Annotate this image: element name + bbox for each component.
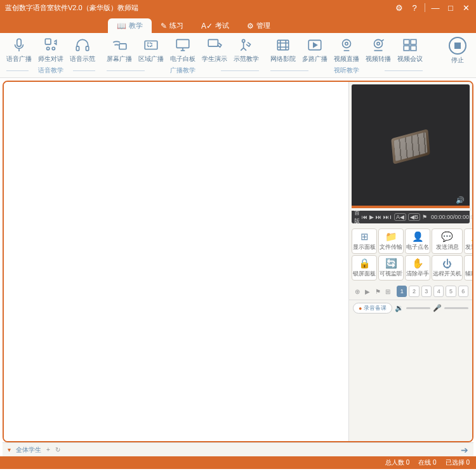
maximize-icon[interactable]: □ xyxy=(446,3,456,13)
svg-rect-1 xyxy=(45,39,51,44)
voice-broadcast-button[interactable]: 语音广播 xyxy=(6,37,32,63)
prev-icon[interactable]: ⏮ xyxy=(362,214,367,220)
film-icon xyxy=(274,37,293,53)
remote-power-button[interactable]: ⏻远程开关机 xyxy=(432,255,463,281)
next-icon[interactable]: ⏭ xyxy=(376,214,381,220)
end-icon[interactable]: ⏭∣ xyxy=(383,214,392,220)
page-2-button[interactable]: 2 xyxy=(409,286,419,297)
svg-rect-10 xyxy=(208,39,218,46)
svg-point-3 xyxy=(52,47,55,50)
assist-tools-button[interactable]: ✏辅助工具 xyxy=(464,255,473,281)
pager-play-icon[interactable]: ▶ xyxy=(363,287,372,296)
visual-monitor-button[interactable]: 🔄可视监听 xyxy=(378,255,404,281)
app-title: 蓝创数字语音室软件V2.0（豪华版）教师端 xyxy=(5,3,389,13)
svg-rect-12 xyxy=(277,40,288,50)
student-demo-button[interactable]: 学生演示 xyxy=(202,37,227,63)
page-6-button[interactable]: 6 xyxy=(458,286,468,297)
student-demo-icon xyxy=(205,37,224,53)
demo-teaching-button[interactable]: 示范教学 xyxy=(234,37,259,63)
multi-broadcast-button[interactable]: 多路广播 xyxy=(302,37,327,63)
tab-practice[interactable]: ✎练习 xyxy=(152,18,192,33)
file-transfer-button[interactable]: 📁文件传输 xyxy=(378,228,404,254)
volume-slider[interactable] xyxy=(406,307,430,309)
video-live-button[interactable]: 视频直播 xyxy=(334,37,359,63)
page-3-button[interactable]: 3 xyxy=(421,286,432,297)
record-button[interactable]: ●录音备课 xyxy=(353,303,392,314)
page-1-button[interactable]: 1 xyxy=(397,286,407,297)
first-button[interactable]: 首版 xyxy=(354,209,360,225)
mic-slider[interactable] xyxy=(444,307,468,309)
page-4-button[interactable]: 4 xyxy=(433,286,444,297)
svg-point-16 xyxy=(374,39,383,48)
send-notice-button[interactable]: 🔔发送通知 xyxy=(464,228,473,254)
svg-rect-18 xyxy=(404,39,409,44)
wifi-screen-icon xyxy=(110,37,129,53)
video-time: 00:00:00/00:00:00 xyxy=(431,214,473,220)
close-icon[interactable]: ✕ xyxy=(461,3,471,13)
screen-broadcast-button[interactable]: 屏幕广播 xyxy=(107,37,132,63)
mic-small-icon[interactable]: 🎤 xyxy=(433,304,442,312)
region-broadcast-button[interactable]: 区域广播 xyxy=(138,37,164,63)
group-av-teaching: 网络影院 多路广播 视频直播 视频转播 视频会议 视听教学 xyxy=(270,37,423,76)
video-conf-button[interactable]: 视频会议 xyxy=(397,37,423,63)
show-panel-button[interactable]: ⊞显示面板 xyxy=(352,228,377,254)
tab-exam[interactable]: A✓考试 xyxy=(192,18,238,33)
pager-first-icon[interactable]: ⊕ xyxy=(353,287,362,296)
video-progress[interactable] xyxy=(352,206,470,208)
book-icon: 📖 xyxy=(117,22,126,30)
cd-icon[interactable]: ◀B xyxy=(408,213,420,221)
svg-rect-0 xyxy=(17,39,22,46)
play-icon[interactable]: ▶ xyxy=(369,214,374,220)
stop-button[interactable]: 停止 xyxy=(446,37,470,76)
titlebar: 蓝创数字语音室软件V2.0（豪华版）教师端 ⚙ ? — □ ✕ xyxy=(0,0,476,15)
all-students-tab[interactable]: 全体学生 xyxy=(16,446,41,454)
roll-call-button[interactable]: 👤电子点名 xyxy=(405,228,430,254)
monitor-icon xyxy=(173,37,192,53)
volume-icon[interactable]: 🔊 xyxy=(456,196,465,204)
refresh-group-icon[interactable]: ↻ xyxy=(55,446,60,453)
record-dot-icon: ● xyxy=(359,305,362,312)
minimize-icon[interactable]: — xyxy=(430,3,440,13)
student-canvas[interactable] xyxy=(4,82,348,441)
vol-down-icon[interactable]: 🔉 xyxy=(395,304,404,312)
intercom-button[interactable]: 师生对讲 xyxy=(38,37,63,63)
svg-rect-21 xyxy=(411,46,416,51)
tab-manage[interactable]: ⚙管理 xyxy=(238,18,279,33)
chat-icon: 💬 xyxy=(441,231,453,242)
add-group-icon[interactable]: + xyxy=(46,446,50,453)
pager-flag-icon[interactable]: ⚑ xyxy=(373,287,382,296)
folder-icon: 📁 xyxy=(385,231,397,242)
mic-icon xyxy=(10,37,29,53)
stop-icon xyxy=(449,37,466,55)
tab-teaching[interactable]: 📖教学 xyxy=(108,18,152,33)
whiteboard-button[interactable]: 电子白板 xyxy=(170,37,195,63)
video-controls: 首版 ⏮ ▶ ⏭ ⏭∣ A◀ ◀B ⚑ 00:00:00/00:00:00 xyxy=(352,211,470,223)
demo-icon xyxy=(237,37,256,53)
scroll-right-icon[interactable]: ➔ xyxy=(461,445,468,455)
ribbon: 语音广播 师生对讲 语音示范 语音教学 屏幕广播 区域广播 电子白板 学生演示 … xyxy=(0,33,476,78)
help-icon[interactable]: ? xyxy=(409,3,420,13)
svg-rect-4 xyxy=(76,46,79,51)
record-bar: ●录音备课 🔉 🎤 xyxy=(349,300,472,316)
send-message-button[interactable]: 💬发送消息 xyxy=(432,228,463,254)
tool-grid: ⊞显示面板 📁文件传输 👤电子点名 💬发送消息 🔔发送通知 🔒锁屏面板 🔄可视监… xyxy=(349,226,472,283)
collapse-icon[interactable]: ▾ xyxy=(8,446,11,453)
lock-panel-button[interactable]: 🔒锁屏面板 xyxy=(352,255,377,281)
group-label: 广播教学 xyxy=(107,65,259,76)
page-5-button[interactable]: 5 xyxy=(446,286,456,297)
video-relay-button[interactable]: 视频转播 xyxy=(366,37,391,63)
pager: ⊕ ▶ ⚑ ⊞ 1 2 3 4 5 6 xyxy=(349,283,472,300)
svg-point-14 xyxy=(343,39,351,48)
ab-icon[interactable]: A◀ xyxy=(394,213,406,221)
status-online: 在线 0 xyxy=(418,458,436,467)
flag-icon[interactable]: ⚑ xyxy=(422,214,427,220)
video-preview[interactable]: 🔊 xyxy=(352,84,470,208)
pager-grid-icon[interactable]: ⊞ xyxy=(383,287,392,296)
clear-hands-button[interactable]: ✋清除举手 xyxy=(405,255,430,281)
voice-demo-button[interactable]: 语音示范 xyxy=(70,37,95,63)
net-cinema-button[interactable]: 网络影院 xyxy=(270,37,296,63)
grid-plus-icon: ⊞ xyxy=(360,231,369,242)
settings-icon[interactable]: ⚙ xyxy=(394,3,404,13)
svg-rect-5 xyxy=(86,46,88,51)
hand-icon: ✋ xyxy=(412,258,424,269)
